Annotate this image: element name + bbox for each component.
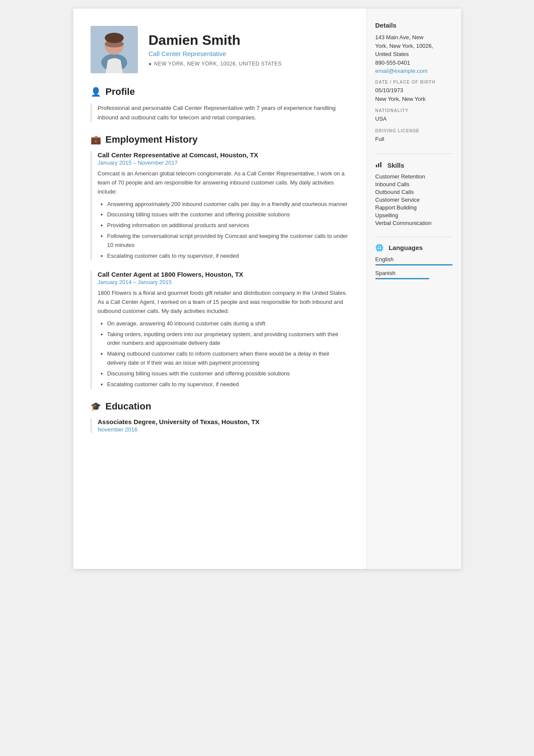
skills-title: Skills — [375, 161, 453, 169]
bullet: Following the conversational script prov… — [107, 232, 349, 250]
skill-5: Rapport Building — [375, 204, 453, 211]
candidate-location: ● NEW YORK, NEW YORK, 10026, UNITED STAT… — [149, 61, 282, 67]
job-desc-2: 1800 Flowers is a floral and gourmet foo… — [98, 289, 349, 316]
sidebar: Details 143 Main Ave, NewYork, New York,… — [366, 9, 461, 569]
employment-icon: 💼 — [91, 134, 101, 145]
profile-section-title: 👤 Profile — [91, 86, 349, 97]
education-section-title: 🎓 Education — [91, 401, 349, 412]
resume-page: Damien Smith Call Center Representative … — [73, 9, 461, 569]
job-bullets-2: On average, answering 40 inbound custome… — [98, 319, 349, 389]
profile-text: Professional and personable Call Center … — [91, 103, 349, 122]
profile-section: 👤 Profile Professional and personable Ca… — [91, 86, 349, 122]
job-title-2: Call Center Agent at 1800 Flowers, Houst… — [98, 271, 349, 278]
candidate-name: Damien Smith — [149, 32, 282, 48]
email-link[interactable]: email@example.com — [375, 68, 428, 74]
lang-english: English — [375, 256, 453, 266]
svg-point-4 — [105, 41, 124, 47]
driving: Full — [375, 135, 453, 144]
job-entry-2: Call Center Agent at 1800 Flowers, Houst… — [91, 271, 349, 389]
address: 143 Main Ave, NewYork, New York, 10026,U… — [375, 33, 453, 59]
nationality: USA — [375, 115, 453, 123]
employment-section-title: 💼 Employment History — [91, 134, 349, 145]
bullet: Answering approximately 200 inbound cust… — [107, 200, 349, 209]
divider-1 — [375, 153, 453, 154]
divider-2 — [375, 237, 453, 237]
skill-3: Outbound Calls — [375, 189, 453, 195]
main-content: Damien Smith Call Center Representative … — [73, 9, 366, 569]
bullet: Escalating customer calls to my supervis… — [107, 380, 349, 389]
candidate-job-title: Call Center Representative — [149, 50, 282, 57]
skill-7: Verbal Communication — [375, 220, 453, 226]
job-desc-1: Comcast is an American global telecom co… — [98, 169, 349, 196]
languages-title: 🌐 Languages — [375, 244, 453, 252]
sidebar-skills: Skills Customer Retention Inbound Calls … — [375, 161, 453, 226]
location-icon: ● — [149, 61, 152, 67]
skill-2: Inbound Calls — [375, 181, 453, 187]
lang-spanish: Spanish — [375, 270, 453, 279]
job-title-1: Call Center Representative at Comcast, H… — [98, 151, 349, 159]
employment-section: 💼 Employment History Call Center Represe… — [91, 134, 349, 389]
sidebar-languages: 🌐 Languages English Spanish — [375, 244, 453, 279]
edu-entry-1: Associates Degree, University of Texas, … — [91, 418, 349, 433]
dob-place: New York, New York — [375, 95, 453, 103]
lang-spanish-name: Spanish — [375, 270, 453, 276]
skills-icon — [375, 161, 382, 168]
profile-icon: 👤 — [91, 87, 101, 97]
job-dates-1: January 2015 – November 2017 — [98, 159, 349, 166]
skill-4: Customer Service — [375, 197, 453, 203]
lang-english-name: English — [375, 256, 453, 262]
job-entry-1: Call Center Representative at Comcast, H… — [91, 151, 349, 260]
skill-6: Upselling — [375, 212, 453, 219]
edu-degree: Associates Degree, University of Texas, … — [98, 418, 349, 425]
svg-rect-7 — [380, 162, 381, 167]
bullet: Discussing billing issues with the custo… — [107, 369, 349, 378]
education-icon: 🎓 — [91, 401, 101, 412]
bullet: Making outbound customer calls to inform… — [107, 350, 349, 368]
bullet: Providing information on additional prod… — [107, 221, 349, 230]
job-bullets-1: Answering approximately 200 inbound cust… — [98, 200, 349, 261]
lang-spanish-bar — [375, 278, 429, 279]
phone: 890-555-0401 — [375, 59, 453, 67]
bullet: On average, answering 40 inbound custome… — [107, 319, 349, 328]
nationality-label: NATIONALITY — [375, 108, 453, 113]
lang-icon: 🌐 — [375, 244, 384, 252]
dob: 05/10/1973 — [375, 86, 453, 95]
job-dates-2: January 2014 – January 2015 — [98, 279, 349, 285]
details-title: Details — [375, 22, 453, 29]
avatar — [91, 26, 138, 73]
bullet: Escalating customer calls to my supervis… — [107, 252, 349, 261]
driving-label: DRIVING LICENSE — [375, 128, 453, 133]
dob-label: DATE / PLACE OF BIRTH — [375, 80, 453, 84]
header: Damien Smith Call Center Representative … — [91, 26, 349, 73]
svg-rect-6 — [378, 163, 379, 167]
skill-1: Customer Retention — [375, 173, 453, 180]
education-section: 🎓 Education Associates Degree, Universit… — [91, 401, 349, 433]
sidebar-details: Details 143 Main Ave, NewYork, New York,… — [375, 22, 453, 143]
edu-date: November 2016 — [98, 426, 349, 433]
svg-rect-5 — [376, 165, 377, 167]
bullet: Discussing billing issues with the custo… — [107, 210, 349, 219]
header-info: Damien Smith Call Center Representative … — [149, 32, 282, 67]
bullet: Taking orders, inputting orders into our… — [107, 330, 349, 348]
lang-english-bar — [375, 264, 453, 266]
